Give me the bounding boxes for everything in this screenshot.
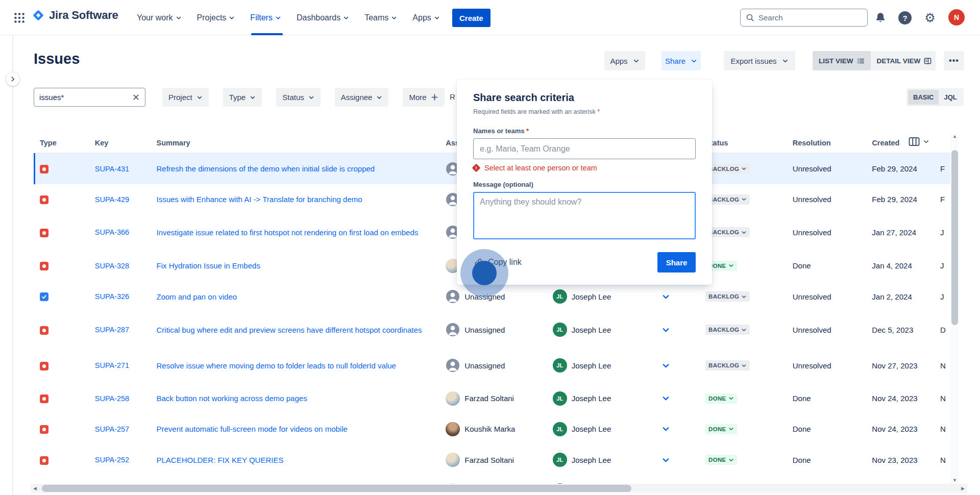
global-search-input[interactable]: Search <box>740 9 868 27</box>
issue-key-link[interactable]: SUPA-287 <box>95 326 157 334</box>
nav-item-filters[interactable]: Filters <box>250 13 281 22</box>
column-header-type[interactable]: Type <box>34 139 95 147</box>
reporter-cell[interactable]: JLJoseph Lee <box>553 391 651 406</box>
status-badge[interactable]: DONE <box>705 455 737 465</box>
sidebar-expand-button[interactable] <box>6 72 20 86</box>
list-view-tab[interactable]: LIST VIEW <box>813 51 871 70</box>
scroll-right-arrow[interactable]: ▶ <box>959 485 967 492</box>
row-expand-chevron-icon[interactable] <box>662 394 705 403</box>
reporter-cell[interactable]: JLJoseph Lee <box>553 453 651 467</box>
issue-key-link[interactable]: SUPA-328 <box>95 262 157 270</box>
configure-columns-button[interactable] <box>909 137 929 146</box>
scroll-down-arrow[interactable]: ▼ <box>950 477 959 484</box>
scroll-up-arrow[interactable]: ▲ <box>950 133 959 140</box>
row-expand-chevron-icon[interactable] <box>662 456 705 464</box>
export-issues-button[interactable]: Export issues <box>724 51 795 70</box>
row-expand-chevron-icon[interactable] <box>662 425 705 433</box>
copy-link-button[interactable]: Copy link <box>473 257 522 267</box>
jira-logo[interactable]: Jira Software <box>32 9 118 22</box>
settings-button[interactable]: ⚙ <box>922 10 938 26</box>
issue-summary-link[interactable]: Investigate issue related to first hotsp… <box>156 227 446 238</box>
assignee-cell[interactable]: Koushik Marka <box>446 422 553 436</box>
basic-mode-tab[interactable]: BASIC <box>908 90 939 105</box>
reporter-cell[interactable]: JLJoseph Lee <box>553 422 651 436</box>
reporter-cell[interactable]: JLJoseph Lee <box>553 358 651 373</box>
status-badge[interactable]: BACKLOG <box>705 164 750 174</box>
create-button[interactable]: Create <box>452 9 491 27</box>
status-badge[interactable]: DONE <box>705 424 737 434</box>
table-row-supa-258[interactable]: SUPA-258Back button not working across d… <box>34 383 950 413</box>
issue-key-link[interactable]: SUPA-326 <box>95 292 157 301</box>
issue-key-link[interactable]: SUPA-366 <box>95 228 157 236</box>
status-badge[interactable]: BACKLOG <box>705 291 750 302</box>
issue-search-field[interactable] <box>34 88 145 107</box>
row-expand-chevron-icon[interactable] <box>662 361 705 370</box>
user-avatar[interactable]: N <box>948 9 965 26</box>
assignee-cell[interactable]: Unassigned <box>446 323 553 337</box>
notifications-button[interactable] <box>872 10 889 26</box>
nav-item-teams[interactable]: Teams <box>364 13 397 22</box>
row-expand-chevron-icon[interactable] <box>662 326 705 334</box>
detail-view-tab[interactable]: DETAIL VIEW <box>871 51 938 70</box>
nav-item-projects[interactable]: Projects <box>197 13 235 22</box>
status-badge[interactable]: BACKLOG <box>705 325 750 335</box>
issue-summary-link[interactable]: Prevent automatic full-screen mode for v… <box>156 424 446 434</box>
issue-summary-link[interactable]: Back button not working across demo page… <box>156 393 446 404</box>
horizontal-scrollbar-thumb[interactable] <box>42 485 631 492</box>
issue-summary-link[interactable]: Resolve issue where moving demo to folde… <box>156 360 446 371</box>
issue-summary-link[interactable]: Zoom and pan on video <box>156 291 446 302</box>
nav-item-your-work[interactable]: Your work <box>137 13 182 22</box>
issue-summary-link[interactable]: Fix Hydration Issue in Embeds <box>156 260 446 271</box>
assignee-cell[interactable]: Unassigned <box>446 358 553 373</box>
reporter-cell[interactable]: JLJoseph Lee <box>553 323 651 337</box>
nav-item-dashboards[interactable]: Dashboards <box>297 13 349 22</box>
filter-chip-type[interactable]: Type <box>223 88 262 107</box>
assignee-cell[interactable]: Unassigned <box>446 289 553 304</box>
issue-summary-link[interactable]: PLACEHOLDER: FIX KEY QUERIES <box>156 455 446 465</box>
column-header-summary[interactable]: Summary <box>157 139 446 147</box>
row-expand-chevron-icon[interactable] <box>662 292 705 301</box>
apps-dropdown-button[interactable]: Apps <box>604 51 645 70</box>
assignee-cell[interactable]: Farzad Soltani <box>446 453 553 467</box>
filter-chip-more[interactable]: More <box>403 88 444 107</box>
issue-key-link[interactable]: SUPA-257 <box>95 425 157 433</box>
column-header-resolution[interactable]: Resolution <box>793 139 872 147</box>
column-header-key[interactable]: Key <box>95 139 157 147</box>
table-row-supa-257[interactable]: SUPA-257Prevent automatic full-screen mo… <box>34 413 950 444</box>
jql-mode-tab[interactable]: JQL <box>939 90 962 105</box>
table-row-supa-287[interactable]: SUPA-287Critical bug where edit and prev… <box>34 312 950 348</box>
table-row-partial[interactable]: JL <box>34 475 950 484</box>
filter-chip-assignee[interactable]: Assignee <box>335 88 389 107</box>
reporter-cell[interactable]: JLJoseph Lee <box>553 289 651 304</box>
issue-key-link[interactable]: SUPA-429 <box>95 195 157 204</box>
app-switcher-icon[interactable] <box>12 11 27 24</box>
issue-key-link[interactable]: SUPA-271 <box>95 361 157 369</box>
column-header-created[interactable]: Created <box>872 139 940 147</box>
issue-summary-link[interactable]: Critical bug where edit and preview scre… <box>156 325 446 335</box>
issue-summary-link[interactable]: Issues with Enhance with AI -> Translate… <box>156 194 446 205</box>
issue-search-input[interactable] <box>39 93 121 102</box>
filter-chip-project[interactable]: Project <box>162 88 209 107</box>
status-badge[interactable]: BACKLOG <box>705 360 750 370</box>
partial-hidden-chip[interactable]: R <box>450 92 455 101</box>
names-or-teams-input[interactable] <box>473 138 696 159</box>
more-actions-button[interactable]: ••• <box>944 51 964 70</box>
share-submit-button[interactable]: Share <box>657 252 696 273</box>
table-row-supa-252[interactable]: SUPA-252PLACEHOLDER: FIX KEY QUERIESFarz… <box>34 444 950 475</box>
issue-key-link[interactable]: SUPA-258 <box>95 394 157 403</box>
horizontal-scrollbar[interactable]: ◀ ▶ <box>31 484 967 493</box>
clear-search-icon[interactable] <box>132 93 140 101</box>
issue-key-link[interactable]: SUPA-431 <box>95 165 157 173</box>
vertical-scrollbar-thumb[interactable] <box>951 150 958 325</box>
issue-summary-link[interactable]: Refresh the dimensions of the demo when … <box>156 163 446 174</box>
assignee-cell[interactable]: Farzad Soltani <box>446 391 553 406</box>
status-badge[interactable]: BACKLOG <box>705 194 750 205</box>
scroll-left-arrow[interactable]: ◀ <box>31 485 39 492</box>
table-row-supa-271[interactable]: SUPA-271Resolve issue where moving demo … <box>34 348 950 383</box>
column-header-status[interactable]: Status <box>705 139 793 147</box>
issue-key-link[interactable]: SUPA-252 <box>95 456 157 464</box>
share-dropdown-button[interactable]: Share <box>662 51 701 70</box>
message-textarea[interactable] <box>473 192 696 239</box>
help-button[interactable]: ? <box>897 10 913 26</box>
filter-chip-status[interactable]: Status <box>276 88 321 107</box>
